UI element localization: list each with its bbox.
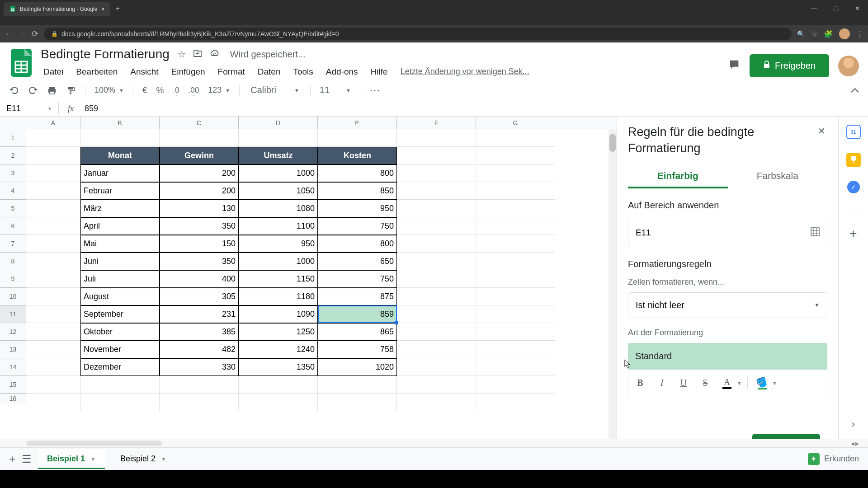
table-cell[interactable]: 385 [160, 323, 239, 341]
empty-cell[interactable] [26, 147, 80, 164]
menu-insert[interactable]: Einfügen [166, 65, 211, 79]
row-header[interactable]: 5 [0, 200, 26, 217]
table-cell[interactable]: 482 [160, 341, 239, 358]
empty-cell[interactable] [397, 394, 476, 411]
table-cell[interactable]: 758 [318, 341, 397, 358]
empty-cell[interactable] [397, 358, 476, 376]
add-sheet-button[interactable]: + [9, 453, 15, 465]
done-button[interactable] [752, 434, 820, 439]
row-header[interactable]: 4 [0, 182, 26, 200]
chevron-down-icon[interactable]: ▼ [772, 380, 777, 386]
menu-tools[interactable]: Tools [288, 65, 318, 79]
chevron-down-icon[interactable]: ▼ [90, 456, 96, 462]
star-icon[interactable]: ☆ [178, 49, 186, 60]
table-cell[interactable]: September [80, 305, 160, 323]
tab-color-scale[interactable]: Farbskala [728, 165, 828, 188]
cloud-sync-icon[interactable] [209, 49, 219, 60]
empty-cell[interactable] [397, 200, 476, 217]
table-cell[interactable]: 859 [318, 305, 397, 323]
empty-cell[interactable] [397, 270, 476, 288]
condition-select[interactable]: Ist nicht leer ▼ [628, 292, 827, 318]
empty-cell[interactable] [26, 200, 80, 217]
browser-back-button[interactable]: ← [5, 29, 13, 39]
explore-button[interactable]: ✦ Erkunden [808, 453, 859, 465]
row-header[interactable]: 6 [0, 217, 26, 235]
italic-button[interactable]: I [653, 374, 671, 392]
chevron-down-icon[interactable]: ▼ [161, 456, 166, 462]
sheet-tab-1[interactable]: Beispiel 1 ▼ [38, 449, 105, 469]
table-cell[interactable]: 850 [318, 182, 397, 200]
table-cell[interactable]: 800 [318, 164, 397, 182]
table-cell[interactable]: 1150 [239, 270, 318, 288]
zoom-select[interactable]: 100% ▼ [94, 85, 124, 95]
column-header[interactable]: E [318, 117, 397, 129]
column-header[interactable]: C [160, 117, 239, 129]
table-cell[interactable]: 400 [160, 270, 239, 288]
font-select[interactable]: Calibri▼ [249, 83, 301, 97]
table-cell[interactable]: April [80, 217, 160, 235]
vertical-scrollbar[interactable] [609, 129, 617, 439]
address-bar[interactable]: 🔒 docs.google.com/spreadsheets/d/1RMhyrl… [44, 28, 792, 40]
table-cell[interactable]: 350 [160, 217, 239, 235]
empty-cell[interactable] [318, 376, 397, 394]
empty-cell[interactable] [397, 341, 476, 358]
empty-cell[interactable] [80, 129, 160, 147]
empty-cell[interactable] [160, 376, 239, 394]
empty-cell[interactable] [26, 129, 80, 147]
row-header[interactable]: 10 [0, 288, 26, 305]
new-tab-button[interactable]: + [110, 1, 125, 16]
empty-cell[interactable] [476, 200, 555, 217]
table-cell[interactable]: 305 [160, 288, 239, 305]
empty-cell[interactable] [26, 235, 80, 253]
row-header[interactable]: 9 [0, 270, 26, 288]
empty-cell[interactable] [476, 323, 555, 341]
more-toolbar-button[interactable]: ⋯ [369, 84, 381, 97]
menu-edit[interactable]: Bearbeiten [71, 65, 123, 79]
table-cell[interactable]: 1080 [239, 200, 318, 217]
column-header[interactable]: G [476, 117, 555, 129]
bookmark-icon[interactable]: ☆ [811, 30, 817, 38]
tasks-addon-icon[interactable] [847, 181, 860, 193]
empty-cell[interactable] [397, 235, 476, 253]
menu-addons[interactable]: Add-ons [321, 65, 363, 79]
range-input[interactable]: E11 [628, 219, 827, 247]
decrease-decimal-button[interactable]: .0← [173, 86, 179, 95]
empty-cell[interactable] [476, 394, 555, 411]
browser-tab[interactable]: Bedingte Formatierung - Google × [4, 2, 110, 16]
zoom-icon[interactable]: 🔍 [797, 30, 805, 38]
table-cell[interactable]: 200 [160, 182, 239, 200]
empty-cell[interactable] [26, 358, 80, 376]
windows-taskbar[interactable] [0, 470, 868, 488]
column-header[interactable]: B [80, 117, 160, 129]
table-cell[interactable]: 231 [160, 305, 239, 323]
horizontal-scrollbar[interactable] [26, 441, 162, 446]
paint-format-button[interactable] [66, 85, 76, 95]
add-addon-button[interactable]: + [849, 226, 857, 241]
formula-bar[interactable]: 859 [83, 102, 100, 115]
empty-cell[interactable] [26, 182, 80, 200]
empty-cell[interactable] [476, 182, 555, 200]
table-cell[interactable]: Juli [80, 270, 160, 288]
empty-cell[interactable] [318, 129, 397, 147]
table-cell[interactable]: 1240 [239, 341, 318, 358]
tab-close-icon[interactable]: × [101, 5, 104, 13]
print-button[interactable] [47, 85, 57, 95]
scroll-left-button[interactable]: ◂ [851, 439, 854, 448]
menu-data[interactable]: Daten [252, 65, 286, 79]
table-header-cell[interactable]: Monat [80, 147, 160, 164]
empty-cell[interactable] [26, 341, 80, 358]
panel-close-button[interactable]: ✕ [816, 124, 827, 138]
redo-button[interactable] [28, 85, 38, 95]
row-header[interactable]: 12 [0, 323, 26, 341]
last-edit-info[interactable]: Letzte Änderung vor wenigen Sek... [395, 65, 535, 79]
window-minimize-button[interactable]: — [803, 0, 825, 16]
empty-cell[interactable] [476, 376, 555, 394]
table-cell[interactable]: November [80, 341, 160, 358]
table-cell[interactable]: 1090 [239, 305, 318, 323]
table-cell[interactable]: 650 [318, 253, 397, 270]
empty-cell[interactable] [397, 217, 476, 235]
table-cell[interactable]: August [80, 288, 160, 305]
account-avatar[interactable] [838, 56, 859, 76]
all-sheets-button[interactable]: ☰ [22, 453, 32, 465]
table-cell[interactable]: 150 [160, 235, 239, 253]
